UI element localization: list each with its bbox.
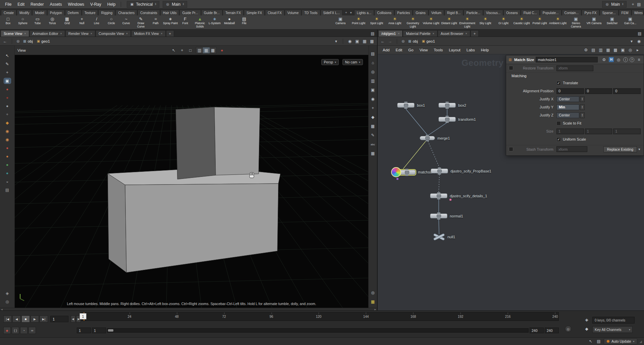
shelf-tab-texture[interactable]: Texture [82, 10, 98, 15]
scope-channels-button[interactable]: ( ) [12, 327, 19, 334]
breadcrumb-geo1[interactable]: ▣ geo1 [421, 39, 436, 44]
close-tab-icon[interactable]: × [465, 32, 467, 35]
shelf-tool-tube[interactable]: ▭Tube [30, 16, 45, 29]
netmenu-view[interactable]: View [417, 47, 431, 53]
shelf-tool-geometry-light[interactable]: ☀Geometry Light [404, 16, 422, 29]
shaded-mode-icon[interactable]: ▥ [196, 47, 203, 53]
shelf-tool-gi-light[interactable]: ☀GI Light [494, 16, 513, 29]
close-tab-icon[interactable]: × [60, 32, 62, 35]
close-tab-icon[interactable]: × [398, 32, 399, 35]
desktop-selector-main[interactable]: ◎ Main ⇕ [163, 1, 187, 8]
node-name-field[interactable]: matchsize1 [536, 57, 598, 62]
netmenu-layout[interactable]: Layout [446, 47, 464, 53]
sculpt-dark-icon[interactable]: ● [4, 95, 11, 100]
key-icon[interactable]: ◆ [584, 326, 590, 332]
shelf-tab-populate[interactable]: Populate... [540, 10, 561, 15]
translate-checkbox[interactable]: ✓ [556, 81, 561, 85]
find-node-icon[interactable]: ◎ [627, 47, 633, 53]
shelf-tool-spray-paint[interactable]: ∗Spray Paint [163, 16, 178, 29]
node-merge1[interactable]: merge1 [420, 136, 450, 140]
shelf-tool-camera[interactable]: ▣Camera [331, 16, 350, 29]
shelf-tab-volume[interactable]: Volume [285, 10, 301, 15]
shelf-tool-grid[interactable]: ▦Grid [60, 16, 74, 29]
shelf-tab-rigid-b[interactable]: Rigid B... [444, 10, 464, 15]
netmenu-add[interactable]: Add [380, 47, 392, 53]
range-substart-field[interactable]: 1 [92, 328, 106, 333]
node-matchsize1[interactable]: matchsize1 [391, 167, 437, 177]
pot-tool-icon[interactable]: ◒ [4, 179, 11, 184]
scene-tab-composite-view[interactable]: Composite View× [96, 30, 131, 37]
jump-start-button[interactable]: |◀ [3, 315, 12, 323]
network-editor[interactable]: Geometry ▥ Match Size matchsize1 ⚙ H ◎ i… [378, 54, 644, 310]
shelf-tab-oceans[interactable]: Oceans [503, 10, 520, 15]
viewport-hscrollbar[interactable]: ◀ ▶ [0, 308, 377, 310]
snapshot-path-icon[interactable]: ▦ [362, 38, 368, 44]
visibility-icon[interactable]: ◎ [4, 299, 11, 304]
shelf-tool-metaball[interactable]: ●Metaball [222, 16, 237, 29]
shelf-tool-sky-light[interactable]: ☀Sky Light [476, 16, 494, 29]
shelf-tab-fem[interactable]: FEM [619, 10, 631, 15]
record-flipbook-icon[interactable]: ● [219, 47, 225, 53]
menu-file[interactable]: File [2, 1, 14, 8]
camera-button[interactable]: No cam▾ [342, 59, 363, 65]
shelf-tab-grains[interactable]: Grains [413, 10, 428, 15]
gear-icon[interactable]: ⚙ [601, 57, 607, 63]
shelf-tab-particle[interactable]: Particle... [464, 10, 483, 15]
shelf-tab-polygon[interactable]: Polygon [47, 10, 65, 15]
ortho-views-icon[interactable]: ▥ [370, 78, 376, 84]
shelf-tab-modify[interactable]: Modify [17, 10, 32, 15]
text-overlay-icon[interactable]: abc [370, 142, 376, 147]
close-tab-icon[interactable]: × [91, 32, 92, 35]
select-arrow-icon[interactable]: ↖ [171, 47, 177, 53]
character2-tool-icon[interactable]: ◉ [4, 137, 11, 142]
shelf-tool-sphere[interactable]: ○Sphere [15, 16, 30, 29]
nav-back-icon[interactable]: ← [380, 38, 386, 44]
netmenu-go[interactable]: Go [405, 47, 416, 53]
menu-assets[interactable]: Assets [47, 1, 65, 8]
pane-menu-icon[interactable]: ▤ [370, 31, 376, 37]
character-tool-icon[interactable]: ◉ [4, 129, 11, 134]
shelf-tool-draw-curve[interactable]: ✎Draw Curve [133, 16, 148, 29]
shelf-tab-constraints[interactable]: Constraints [138, 10, 160, 15]
shelf-tool-platonic-solids[interactable]: ▲Platonic Solids [193, 16, 207, 29]
alignment-x-field[interactable]: 0 [556, 88, 584, 94]
justify-z-dropdown[interactable]: Center [556, 112, 579, 118]
shelf-menu-icon[interactable]: ▾ [350, 11, 352, 14]
log-icon[interactable]: ▤ [596, 338, 602, 344]
node-transform1[interactable]: transform1 [438, 117, 476, 122]
netmenu-tools[interactable]: Tools [431, 47, 446, 53]
playbar-options-button[interactable]: ◎ [565, 326, 572, 332]
range-start-field[interactable]: 1 [77, 328, 91, 333]
tissue-tool-icon[interactable]: ● [4, 154, 11, 159]
shelf-tab-pyro-fx[interactable]: Pyro FX [582, 10, 599, 15]
shelf-tool-switcher[interactable]: ▣Switcher [603, 16, 621, 29]
camera-view-icon[interactable]: ▣ [370, 87, 376, 93]
close-tab-icon[interactable]: × [24, 32, 26, 35]
shelf-tab-guide-br[interactable]: Guide Br... [201, 10, 222, 15]
star-tool-icon[interactable]: ◆ [4, 120, 11, 126]
hand-tool-icon[interactable]: ✎ [4, 61, 11, 67]
breadcrumb-obj[interactable]: ▦ obj [22, 39, 34, 44]
size-y-field[interactable]: 1 [585, 129, 612, 134]
node-normal1[interactable]: normal1 [430, 213, 463, 218]
shelf-tool-volume-light[interactable]: ☀Volume Light [422, 16, 440, 29]
network-tab-obj-geo1[interactable]: /obj/geo1× [378, 30, 402, 37]
shelf-tab-terrain-fx[interactable]: Terrain FX [223, 10, 244, 15]
shelf-tool-caustic-light[interactable]: ☀Caustic Light [513, 16, 531, 29]
replace-existing-button[interactable]: Replace Existing [603, 146, 637, 152]
close-tab-icon[interactable]: × [161, 32, 162, 35]
path-dropdown-icon[interactable]: ▾ [333, 38, 339, 44]
scroll-left-icon[interactable]: ◀ [1, 308, 3, 310]
shelf-tab-characters[interactable]: Characters [115, 10, 137, 15]
current-frame-indicator[interactable]: 1 [79, 313, 87, 319]
viewport-3d[interactable]: Persp▾ No cam▾ Left mouse tumbles. Middl… [15, 55, 368, 308]
stop-button[interactable]: ■ [21, 315, 30, 323]
list-view-icon[interactable]: ▥ [598, 47, 604, 53]
breadcrumb-geo1[interactable]: ▣ geo1 [36, 39, 51, 44]
stash-transform-checkbox[interactable] [509, 147, 513, 151]
shelf-tab-sidefx-l[interactable]: SideFX L... [321, 10, 342, 15]
paint-strokes-icon[interactable]: ◈ [4, 291, 11, 296]
menu-edit[interactable]: Edit [14, 1, 28, 8]
node-null1[interactable]: null1 [433, 233, 455, 241]
shelf-tab-td-tools[interactable]: TD Tools [302, 10, 320, 15]
